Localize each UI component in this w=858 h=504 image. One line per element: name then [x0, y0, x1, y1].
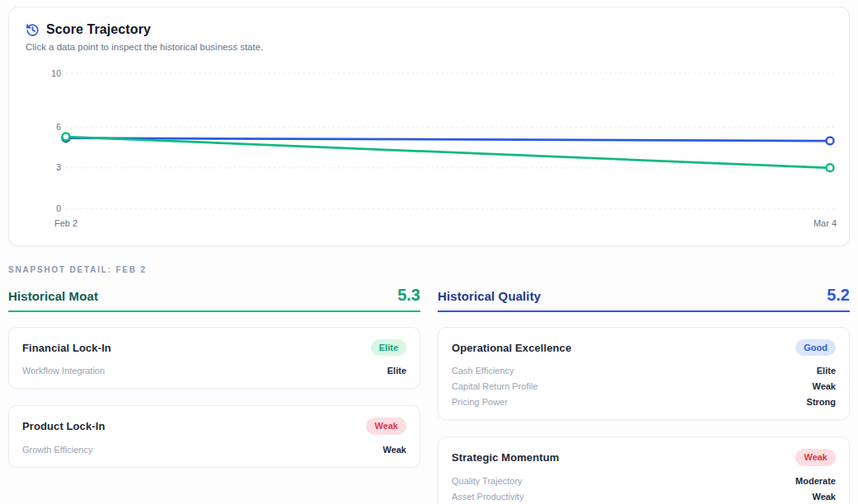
metric-label: Capital Return Profile: [452, 381, 538, 391]
metric-value: Weak: [812, 492, 836, 502]
chart-header: Score Trajectory Click a data point to i…: [9, 7, 849, 52]
card-title: Product Lock-In: [22, 420, 105, 432]
historical-moat-point[interactable]: [63, 133, 70, 141]
metric-label: Growth Efficiency: [22, 445, 92, 455]
status-badge: Weak: [366, 418, 406, 434]
snapshot-detail-label: SNAPSHOT DETAIL: FEB 2: [8, 265, 850, 274]
historical-quality-point[interactable]: [827, 138, 834, 145]
quality-score: 5.2: [827, 287, 850, 303]
status-badge: Good: [795, 339, 836, 356]
operational-excellence-card: Operational Excellence Good Cash Efficie…: [438, 327, 850, 420]
metric-label: Quality Trajectory: [452, 476, 523, 486]
metric-label: Workflow Integration: [22, 366, 105, 376]
y-tick-label: 6: [56, 122, 61, 132]
historical-moat-column: Historical Moat 5.3 Financial Lock-In El…: [8, 287, 420, 504]
x-axis-label: Feb 2: [54, 218, 77, 228]
score-trajectory-chart: 03610Feb 2Mar 4: [9, 65, 851, 242]
metric-value: Elite: [817, 366, 836, 376]
metric-value: Elite: [387, 366, 406, 376]
status-badge: Elite: [371, 339, 406, 356]
y-tick-label: 0: [56, 203, 61, 213]
strategic-momentum-card: Strategic Momentum Weak Quality Trajecto…: [438, 436, 850, 504]
metric-row: Growth Efficiency Weak: [22, 445, 406, 455]
metric-row: Workflow Integration Elite: [22, 366, 406, 376]
snapshot-columns: Historical Moat 5.3 Financial Lock-In El…: [8, 287, 850, 504]
metric-value: Moderate: [795, 476, 836, 486]
card-title: Financial Lock-In: [22, 342, 111, 354]
product-lock-in-card: Product Lock-In Weak Growth Efficiency W…: [8, 405, 420, 467]
metric-label: Pricing Power: [452, 397, 508, 407]
status-badge: Weak: [795, 449, 836, 465]
metric-value: Weak: [812, 381, 836, 391]
metric-value: Weak: [382, 445, 406, 455]
moat-title: Historical Moat: [8, 289, 98, 303]
card-title: Strategic Momentum: [452, 451, 559, 464]
chart-title: Score Trajectory: [46, 22, 151, 37]
x-axis-label: Mar 4: [813, 218, 837, 228]
moat-score: 5.3: [397, 287, 420, 303]
quality-header: Historical Quality 5.2: [438, 287, 850, 312]
score-trajectory-panel: Score Trajectory Click a data point to i…: [8, 7, 850, 246]
metric-label: Asset Productivity: [452, 492, 523, 502]
y-tick-label: 10: [51, 68, 61, 78]
card-title: Operational Excellence: [452, 342, 571, 354]
historical-moat-point[interactable]: [827, 164, 834, 171]
metric-row: Quality Trajectory Moderate: [452, 476, 836, 486]
metric-value: Strong: [807, 397, 836, 407]
quality-title: Historical Quality: [438, 289, 541, 303]
y-tick-label: 3: [56, 162, 61, 172]
historical-quality-column: Historical Quality 5.2 Operational Excel…: [438, 287, 850, 504]
metric-row: Asset Productivity Weak: [452, 492, 836, 502]
history-clock-icon: [26, 23, 40, 37]
metric-row: Pricing Power Strong: [452, 397, 836, 407]
moat-header: Historical Moat 5.3: [8, 287, 420, 312]
chart-subtitle: Click a data point to inspect the histor…: [26, 42, 832, 52]
metric-label: Cash Efficiency: [452, 366, 514, 376]
metric-row: Capital Return Profile Weak: [452, 381, 836, 391]
metric-row: Cash Efficiency Elite: [452, 366, 836, 376]
financial-lock-in-card: Financial Lock-In Elite Workflow Integra…: [8, 327, 420, 389]
